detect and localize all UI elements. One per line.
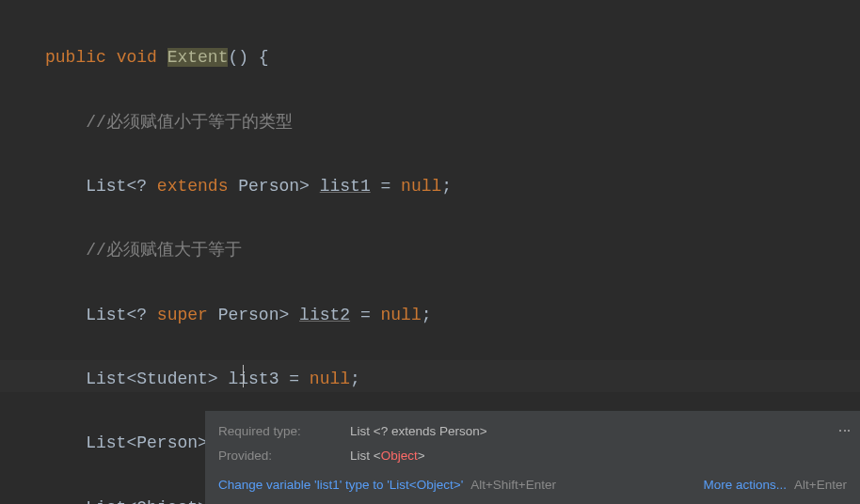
shortcut-text: Alt+Enter [794,474,847,496]
code-line[interactable]: List<? extends Person> list1 = null; [45,170,860,202]
keyword: public [45,48,106,67]
text: = [350,306,380,324]
tooltip-value: List <Object> [350,445,425,467]
text: ; [441,177,452,196]
text: ; [422,306,432,324]
text: List<Student> list3 = [86,370,310,388]
text-caret [243,365,244,387]
keyword: extends [157,177,229,196]
text: List<? [86,177,157,196]
keyword: super [157,306,208,324]
tooltip-required-row: Required type: List <? extends Person> [218,420,847,443]
text: List<? [86,306,157,324]
comment: //必须赋值大于等于 [86,241,242,260]
tooltip-label: Provided: [218,445,350,467]
code-line[interactable]: //必须赋值大于等于 [45,234,860,266]
tooltip-actions: Change variable 'list1' type to 'List<Ob… [218,474,847,496]
keyword: null [310,370,350,388]
quickfix-link[interactable]: Change variable 'list1' type to 'List<Ob… [218,474,463,496]
text: () { [228,48,268,67]
error-tooltip: ⋮ Required type: List <? extends Person>… [205,411,860,504]
code-line[interactable]: List<Student> list3 = null; [45,363,860,395]
text: ; [350,370,360,388]
code-line[interactable]: List<? super Person> list2 = null; [45,299,860,331]
keyword: void [117,48,157,67]
variable: list1 [320,177,371,196]
variable: list2 [299,306,350,324]
shortcut-text: Alt+Shift+Enter [470,474,556,496]
tooltip-value: List <? extends Person> [350,420,487,443]
text: = [371,177,401,196]
text: Person> [208,306,299,324]
tooltip-provided-row: Provided: List <Object> [218,445,847,467]
keyword: null [401,177,441,196]
code-line[interactable]: //必须赋值小于等于的类型 [45,106,860,138]
keyword: null [381,306,422,324]
code-line[interactable]: public void Extent() { [45,41,860,73]
text: Person> [228,177,319,196]
more-options-icon[interactable]: ⋮ [833,424,856,436]
tooltip-label: Required type: [218,420,350,443]
more-actions-link[interactable]: More actions... [704,474,788,496]
comment: //必须赋值小于等于的类型 [86,113,293,132]
method-name: Extent [167,48,229,67]
